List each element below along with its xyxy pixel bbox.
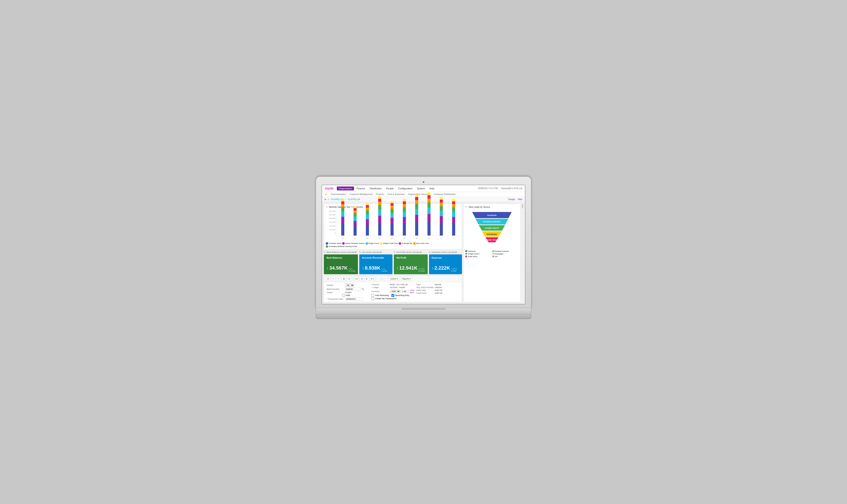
reports-button[interactable]: Reports ▾ (401, 277, 412, 281)
myob-logo: myob (325, 186, 333, 191)
batch-input[interactable] (345, 288, 360, 291)
bar-seg (427, 214, 430, 222)
create-tax-label: Create Tax Transactions (375, 298, 396, 300)
nav-item-organisation[interactable]: Organisation (337, 186, 354, 191)
refresh-exp-icon[interactable]: ↻ (429, 251, 431, 254)
nav-item-system[interactable]: System (415, 186, 427, 191)
create-tax-checkbox[interactable] (371, 297, 374, 300)
bar-seg (403, 217, 406, 223)
design-button[interactable]: Design (508, 198, 515, 200)
kpi-ar-value: ↑ 8.938K +1% 1.461M (362, 265, 390, 272)
status-label: Status: (327, 291, 344, 293)
txdate-input[interactable] (345, 298, 363, 301)
bar-seg (415, 215, 418, 222)
subnav-customer-management[interactable]: Customer Management (349, 193, 372, 196)
batch-search-icon[interactable]: 🔍 (361, 288, 364, 290)
bar-seg (354, 221, 357, 226)
nav-item-finance[interactable]: Finance (355, 186, 367, 191)
nav-item-people[interactable]: People (384, 186, 395, 191)
kpi-np-badge: +105% 25.299K (419, 268, 425, 272)
type-label: Type: (416, 284, 434, 286)
scrollbar-thumb[interactable] (522, 204, 523, 209)
last-icon[interactable]: ►| (370, 277, 374, 281)
hold-checkbox[interactable] (342, 294, 345, 297)
prev-icon[interactable]: ◄ (359, 277, 364, 281)
refresh-np-icon[interactable]: ↻ (394, 251, 396, 254)
form-col1: Module: GL Batch Number: 🔍 Status: (327, 284, 370, 301)
orig-batch-value[interactable]: 006838 (435, 286, 442, 288)
bar-label: Q8 (416, 237, 418, 239)
refresh-leads-icon[interactable]: ↻ (465, 205, 467, 209)
bar-chart-area: 600,000 500,000 400,000 300,000 200,000 … (326, 210, 460, 241)
legend-hiekel: Hiekel Computer Service (342, 242, 365, 245)
auto-reversing-label: Auto Reversing (375, 294, 389, 296)
bar-label: Q3 (366, 237, 368, 239)
bar-label: 10 (440, 237, 442, 239)
nav-item-help[interactable]: Help (428, 186, 436, 191)
nav-item-distribution[interactable]: Distribution (368, 186, 384, 191)
nl-google: Google Search (465, 253, 492, 255)
reversing-entry-checkbox[interactable] (391, 294, 394, 297)
actions-button[interactable]: Actions ▾ (389, 277, 400, 281)
type-row: Type: Normal (416, 284, 459, 286)
branch-value: MAIN - Co A Pty Ltd (390, 284, 407, 286)
funnel-svg: Facebook Existing Customer Google Search… (468, 212, 516, 247)
nl-dot (492, 253, 494, 255)
bar-seg (427, 199, 430, 202)
undo-icon[interactable]: ↩ (331, 277, 335, 281)
kpi-row: ↻ Bank Balances versus Last Month Bank B… (324, 251, 462, 274)
module-select[interactable]: GL (345, 284, 354, 287)
refresh-ar-icon[interactable]: ↻ (359, 251, 361, 254)
bar-seg (366, 219, 369, 225)
bar-seg (415, 200, 418, 204)
toolbar-sep2 (376, 277, 376, 281)
release-button[interactable]: Release (377, 277, 388, 281)
bar-label: Q6 (403, 237, 405, 239)
nav-item-configuration[interactable]: Configuration (396, 186, 414, 191)
bar-group-10: 10 (436, 197, 447, 235)
subnav-time-expenses[interactable]: Time & Expenses (387, 193, 405, 196)
help-button[interactable]: Help (518, 198, 522, 200)
currency-select[interactable]: AUD (390, 290, 401, 293)
form-col2: Branch: MAIN - Co A Pty Ltd Ledger: ACTU… (371, 284, 414, 301)
favorites-star[interactable]: ★ (325, 193, 327, 196)
camera-area (322, 181, 525, 183)
kpi-section-ar: ↻ AR Versus Last Month Accounts Receivab… (359, 251, 392, 274)
nl-facebook: Facebook (465, 250, 492, 252)
first-icon[interactable]: |◄ (354, 277, 358, 281)
legend-computer-world: Computer World (326, 242, 341, 245)
auto-reversing-checkbox[interactable] (371, 294, 374, 297)
bar-group-q4: Q4 (374, 196, 385, 235)
bar-group-q9: Q9 (423, 193, 435, 235)
currency-rate-input[interactable] (401, 290, 409, 293)
copy-icon[interactable]: ⊡ (347, 277, 351, 281)
nl-dot (465, 255, 467, 257)
bar-seg (390, 205, 393, 209)
breadcrumb-current[interactable]: Co A Pty Ltd (348, 198, 360, 200)
refresh-monthly-icon[interactable]: ↻ (326, 205, 328, 209)
subnav-communication[interactable]: Communication (331, 193, 346, 196)
legend-dot (399, 242, 401, 245)
subnav-projects[interactable]: Projects (376, 193, 384, 196)
next-icon[interactable]: ► (365, 277, 369, 281)
view-base-link[interactable]: View base (410, 289, 414, 293)
refresh-bank-icon[interactable]: ↻ (324, 251, 326, 254)
legend-newyouth: New Youth Care (413, 242, 429, 245)
kpi-section-title-np: ↻ Net Profit Versus Last Month (394, 251, 428, 254)
bar-seg (440, 223, 443, 235)
credit-label: Credit Total: (416, 292, 434, 294)
currency-row: Currency: AUD View base (371, 289, 414, 293)
subnav-company-dashboards[interactable]: Company Dashboards (434, 193, 456, 196)
bar-seg (427, 208, 430, 214)
bar-seg (354, 206, 357, 208)
delete-icon[interactable]: ⊠ (342, 277, 346, 281)
save-icon[interactable]: ⊟ (326, 277, 330, 281)
legend-dot (326, 242, 328, 245)
form-col3: Type: Normal Orig. Batch Number: 006838 … (416, 284, 459, 301)
bar-seg (452, 223, 455, 235)
bar-seg (440, 211, 443, 216)
funnel-label-existing: Existing Customer (483, 220, 501, 223)
refresh-breadcrumb[interactable]: ↻ (328, 198, 330, 200)
add-icon[interactable]: + (336, 277, 341, 281)
scrollbar-track[interactable] (522, 204, 523, 302)
